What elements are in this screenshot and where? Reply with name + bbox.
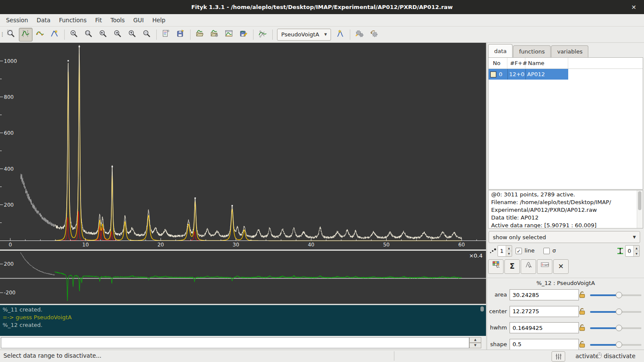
chevron-down-icon: ▼ [633, 235, 636, 239]
function-title: %_12 : PseudoVoigtA [487, 280, 644, 286]
toolbar: ⁞PseudoVoigtA▼ [0, 27, 644, 43]
draw-peak-button[interactable] [48, 28, 62, 42]
sidebar-tabs: datafunctionsvariables [488, 44, 589, 58]
auto-add-icon [336, 30, 344, 39]
data-point-marker [232, 205, 233, 206]
param-input-shape[interactable] [510, 339, 579, 350]
add-point-icon [36, 30, 44, 39]
zoom-in-button[interactable] [67, 28, 81, 42]
script-button[interactable] [159, 28, 173, 42]
zoom-right-button[interactable] [111, 28, 125, 42]
draw-peak-icon [51, 30, 59, 39]
slider-knob[interactable] [616, 325, 622, 331]
row-checkbox[interactable] [490, 71, 496, 77]
edit-data-button[interactable] [222, 28, 236, 42]
add-point-button[interactable] [33, 28, 47, 42]
table-row[interactable]: 0 12+0 AP012 [489, 69, 643, 80]
delete-button[interactable]: ✕ [553, 259, 569, 274]
window-title: Fityk 1.3.1 - /home/aleplo/test/Desktop/… [21, 4, 623, 10]
param-input-hwhm[interactable] [510, 322, 579, 333]
param-slider-area[interactable] [590, 291, 641, 300]
x-tick-label: 20 [158, 242, 164, 248]
line-checkbox[interactable]: ✓ [516, 248, 522, 254]
param-label-shape: shape [487, 341, 507, 347]
zoom-all-button[interactable] [140, 28, 154, 42]
x-tick-label: 30 [233, 242, 239, 248]
show-filter-dropdown[interactable]: show only selected ▼ [489, 231, 640, 243]
titlebar: Fityk 1.3.1 - /home/aleplo/test/Desktop/… [0, 0, 644, 14]
mouse-config-button[interactable] [552, 351, 565, 362]
strip-background-icon [259, 30, 267, 39]
slider-knob[interactable] [616, 309, 622, 315]
tab-functions[interactable]: functions [513, 45, 551, 58]
main-plot[interactable]: 01020304050602004006008001000 [0, 43, 486, 249]
peak-type-selector[interactable]: PseudoVoigtA▼ [277, 29, 331, 41]
x-tick-label: 10 [82, 242, 89, 248]
x-tick-label: 0 [9, 242, 12, 248]
sum-button[interactable]: Σ [504, 259, 520, 274]
shift-value: 0 [626, 246, 633, 256]
log-scrollbar[interactable] [480, 306, 484, 312]
menu-help[interactable]: Help [148, 15, 170, 26]
log-line: =-> guess PseudoVoigtA [0, 314, 486, 321]
command-history-up-button[interactable]: ▲ [469, 337, 481, 343]
param-slider-shape[interactable] [590, 341, 641, 349]
strip-background-button[interactable] [256, 28, 270, 42]
data-point-marker [112, 166, 113, 167]
open-data-button[interactable] [193, 28, 207, 42]
point-size-stepper[interactable]: 1 ▲▼ [498, 245, 512, 257]
menu-tools[interactable]: Tools [106, 15, 129, 26]
auto-add-button[interactable] [334, 28, 347, 42]
zoom-box-button[interactable] [82, 28, 95, 42]
tab-variables[interactable]: variables [551, 45, 588, 58]
save-session-button[interactable] [174, 28, 188, 42]
auxiliary-plot[interactable]: 200-200×0.4 [0, 251, 486, 304]
aux-plot-canvas[interactable]: 200-200×0.4 [0, 251, 486, 304]
zoom-left-button[interactable] [96, 28, 110, 42]
param-slider-center[interactable] [590, 308, 641, 316]
tab-data[interactable]: data [488, 44, 513, 58]
lock-icon[interactable] [578, 323, 587, 332]
spin-down-icon[interactable]: ▼ [634, 251, 639, 256]
zoom-vertical-button[interactable] [125, 28, 139, 42]
name-label-button[interactable]: nam [537, 259, 552, 274]
info-line: Data title: AP012 [489, 214, 643, 222]
save-data-button[interactable] [237, 28, 250, 42]
shift-stepper[interactable]: 0 ▲▼ [625, 245, 640, 257]
sigma-checkbox[interactable] [543, 248, 550, 254]
menu-gui[interactable]: GUI [129, 15, 148, 26]
menu-data[interactable]: Data [33, 15, 55, 26]
menu-fit[interactable]: Fit [91, 15, 106, 26]
y-tick-label: 200 [4, 202, 14, 208]
slider-knob[interactable] [616, 292, 622, 298]
lock-icon[interactable] [578, 307, 587, 316]
lock-icon[interactable] [578, 291, 587, 299]
param-slider-hwhm[interactable] [590, 324, 641, 332]
spin-down-icon[interactable]: ▼ [506, 251, 512, 256]
edit-data-icon [225, 30, 233, 39]
main-plot-canvas[interactable]: 01020304050602004006008001000 [0, 43, 486, 249]
info-scrollbar[interactable] [637, 190, 643, 228]
close-icon[interactable]: ✕ [623, 4, 644, 11]
undo-fit-button[interactable] [367, 28, 381, 42]
functions-hand-button[interactable] [521, 259, 536, 274]
command-input[interactable] [1, 337, 469, 348]
param-row-shape: shape [487, 339, 644, 351]
zoom-select-button[interactable] [4, 28, 18, 42]
spin-up-icon[interactable]: ▲ [634, 246, 639, 251]
lock-icon[interactable] [578, 340, 587, 349]
data-table: No#F+#Name 0 12+0 AP012 [488, 57, 643, 190]
command-history-down-button[interactable]: ▼ [469, 343, 481, 348]
open-data-options-button[interactable] [208, 28, 221, 42]
spin-up-icon[interactable]: ▲ [506, 246, 512, 251]
data-view-button[interactable] [488, 259, 504, 274]
menu-session[interactable]: Session [2, 15, 33, 26]
run-fit-button[interactable] [353, 28, 367, 42]
param-input-center[interactable] [510, 306, 579, 317]
y-tick-label: 800 [4, 94, 14, 100]
toolbar-grip[interactable]: ⁞ [1, 31, 3, 39]
param-input-area[interactable] [510, 289, 579, 300]
menu-functions[interactable]: Functions [55, 15, 91, 26]
slider-knob[interactable] [616, 341, 622, 348]
range-mode-button[interactable] [19, 28, 33, 42]
